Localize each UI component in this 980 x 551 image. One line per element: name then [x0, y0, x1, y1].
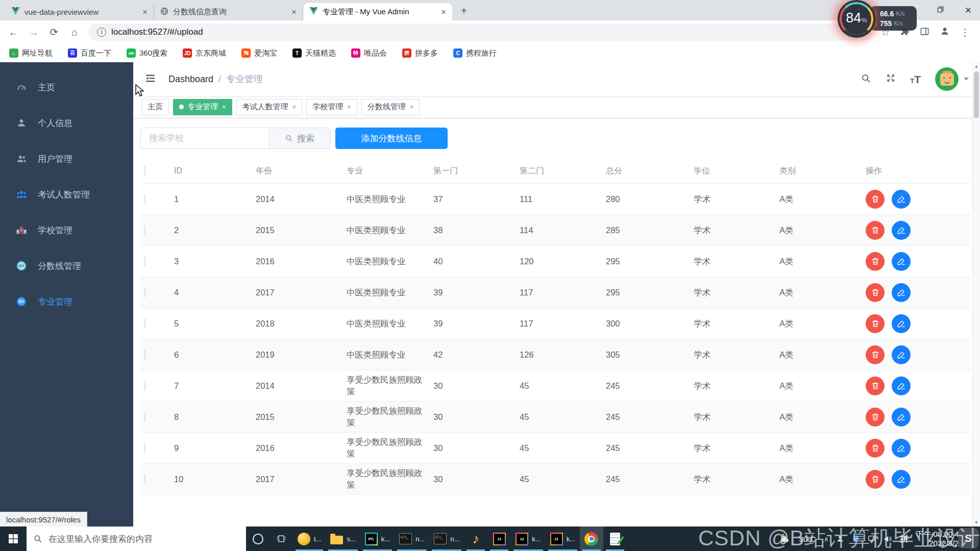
edit-button[interactable] [892, 470, 911, 489]
sidebar-item-dashboard[interactable]: 主页 [0, 69, 133, 105]
taskbar-app-music[interactable]: ♪ [464, 527, 487, 551]
taskbar-app-task-view[interactable] [270, 527, 293, 551]
edit-button[interactable] [892, 190, 911, 209]
sidebar-item-school[interactable]: 学校管理 [0, 212, 133, 248]
sidebar-item-users[interactable]: 用户管理 [0, 141, 133, 177]
sidebar-item-exam-people[interactable]: 考试人数管理 [0, 177, 133, 212]
tag-close-icon[interactable]: × [347, 103, 351, 111]
bookmark-item[interactable]: C携程旅行 [453, 48, 497, 58]
taskbar-search[interactable]: 在这里输入你要搜索的内容 [27, 527, 246, 551]
delete-button[interactable] [866, 314, 885, 333]
edit-button[interactable] [892, 283, 911, 302]
sidebar-item-score-line[interactable]: A+分数线管理 [0, 248, 133, 284]
tab-close-icon[interactable]: × [291, 8, 297, 16]
browser-tab[interactable]: vue-data-previewview× [5, 3, 154, 20]
profile-icon[interactable] [940, 26, 950, 38]
taskbar-app-terminal[interactable]: C:\_n... [429, 527, 464, 551]
browser-tab[interactable]: 分数线信息查询× [154, 3, 303, 20]
delete-button[interactable] [866, 377, 885, 395]
tag-close-icon[interactable]: × [410, 103, 414, 111]
row-checkbox[interactable] [144, 349, 145, 360]
font-size-icon[interactable]: TT [910, 74, 921, 85]
search-button[interactable]: 搜索 [269, 128, 330, 149]
search-input[interactable] [140, 128, 269, 149]
fullscreen-icon[interactable] [886, 73, 896, 85]
row-checkbox[interactable] [144, 318, 145, 329]
delete-button[interactable] [866, 345, 885, 364]
battery-gauge-overlay[interactable]: 84 % [838, 0, 875, 38]
edit-button[interactable] [892, 408, 911, 427]
breadcrumb-root[interactable]: Dashboard [168, 74, 213, 85]
row-checkbox[interactable] [144, 474, 145, 484]
hamburger-icon[interactable] [144, 72, 156, 86]
address-bar[interactable]: i localhost:9527/#/upload [89, 23, 873, 41]
row-checkbox[interactable] [144, 443, 145, 453]
row-checkbox[interactable] [144, 256, 145, 266]
window-restore-icon[interactable] [937, 6, 944, 16]
bookmark-item[interactable]: T天猫精选 [292, 48, 336, 58]
tag-item[interactable]: 主页 [141, 99, 169, 115]
page-scrollbar[interactable]: ▲ ▼ [972, 62, 980, 527]
sidebar-item-major[interactable]: A+专业管理 [0, 284, 133, 319]
row-checkbox[interactable] [144, 412, 145, 422]
taskbar-app-thunder[interactable]: t... [293, 527, 326, 551]
delete-button[interactable] [866, 221, 885, 240]
scroll-up-icon[interactable]: ▲ [973, 64, 980, 69]
row-checkbox[interactable] [144, 225, 145, 235]
tab-close-icon[interactable]: × [441, 8, 446, 16]
edit-button[interactable] [892, 377, 911, 395]
search-icon[interactable] [861, 73, 871, 86]
taskbar-app-notes[interactable] [603, 527, 627, 551]
delete-button[interactable] [866, 408, 885, 427]
taskbar-app-cortana[interactable] [246, 527, 270, 551]
delete-button[interactable] [866, 190, 885, 209]
new-tab-button[interactable]: + [456, 3, 472, 18]
tag-close-icon[interactable]: × [292, 103, 297, 111]
tab-close-icon[interactable]: × [142, 8, 148, 16]
taskbar-app-terminal[interactable]: C:\_n... [395, 527, 429, 551]
bookmark-item[interactable]: 淘爱淘宝 [241, 48, 277, 58]
home-icon[interactable]: ⌂ [68, 27, 81, 38]
row-checkbox[interactable] [144, 381, 145, 391]
bookmark-item[interactable]: 拼拼多多 [402, 48, 438, 58]
forward-icon[interactable]: → [28, 27, 40, 38]
back-icon[interactable]: ← [7, 27, 19, 38]
edit-button[interactable] [892, 345, 911, 364]
browser-menu-icon[interactable]: ⋮ [960, 27, 970, 38]
taskbar-app-folder[interactable]: s... [326, 527, 360, 551]
delete-button[interactable] [866, 252, 885, 271]
tag-item[interactable]: 考试人数管理× [236, 99, 303, 115]
taskbar-app-idea[interactable]: IJk... [511, 527, 545, 551]
site-info-icon[interactable]: i [97, 28, 106, 37]
start-button[interactable] [0, 527, 27, 551]
row-checkbox[interactable] [144, 287, 145, 297]
tag-item[interactable]: 专业管理× [173, 99, 232, 115]
tag-item[interactable]: 分数线管理× [361, 99, 420, 115]
bookmark-item[interactable]: ⌂网址导航 [9, 48, 53, 58]
tag-close-icon[interactable]: × [222, 103, 226, 111]
bookmark-item[interactable]: 特唯品会 [351, 48, 387, 58]
delete-button[interactable] [866, 283, 885, 302]
side-panel-icon[interactable] [920, 27, 929, 38]
edit-button[interactable] [892, 221, 911, 240]
window-close-icon[interactable]: ✕ [965, 5, 972, 16]
scrollbar-thumb[interactable] [974, 71, 979, 118]
taskbar-app-chrome[interactable] [580, 527, 603, 551]
user-menu[interactable] [935, 67, 969, 91]
edit-button[interactable] [892, 252, 911, 271]
reload-icon[interactable]: ⟳ [48, 26, 60, 38]
sidebar-item-user[interactable]: 个人信息 [0, 105, 133, 141]
edit-button[interactable] [892, 439, 911, 458]
taskbar-app-idea[interactable]: IJk... [546, 527, 580, 551]
select-all-checkbox[interactable] [144, 166, 145, 176]
add-score-button[interactable]: 添加分数线信息 [335, 128, 448, 149]
bookmark-item[interactable]: 百百度一下 [68, 48, 111, 58]
edit-button[interactable] [892, 314, 911, 333]
row-checkbox[interactable] [144, 194, 145, 204]
tag-item[interactable]: 学校管理× [306, 99, 357, 115]
taskbar-app-idea[interactable]: IJ [487, 527, 511, 551]
browser-tab[interactable]: 专业管理 - My Vue Admin× [303, 3, 452, 20]
bookmark-item[interactable]: JD京东商城 [183, 48, 226, 58]
bookmark-item[interactable]: 360360搜索 [127, 48, 167, 58]
delete-button[interactable] [866, 439, 885, 458]
